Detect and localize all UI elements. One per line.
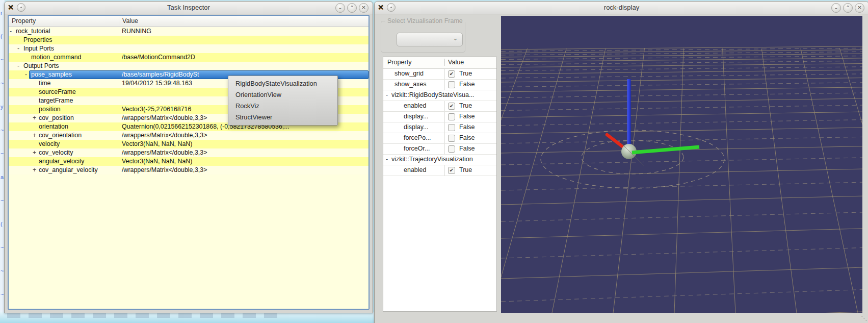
prop-value-cell: ✔True [444,165,496,176]
occluded-background-text [7,313,282,318]
checkbox-unchecked[interactable] [448,124,455,131]
viz-prop-row-enabled[interactable]: enabled✔True [383,165,496,176]
background-window-glyph: ~ [1,81,4,86]
prop-name: show_axes [383,81,427,88]
property-name: Output Ports [23,62,59,69]
shade-button[interactable]: ⌄ [335,3,345,13]
checkbox-checked[interactable]: ✔ [448,103,455,110]
prop-value: False [459,81,475,88]
inspector-row-Properties[interactable]: Properties [9,36,369,44]
prop-value-cell: False [444,80,496,90]
prop-name: enabled [383,102,427,109]
expander-collapsed-icon[interactable]: + [33,114,39,121]
prop-value: True [459,70,472,77]
viz-prop-row-enabled[interactable]: enabled✔True [383,101,496,112]
task-inspector-titlebar[interactable]: ✕ Task Inspector ⌄ ⌃ ✕ [5,2,373,14]
maximize-button[interactable]: ⌃ [843,3,853,13]
frame-combobox[interactable]: ⌄ [397,33,463,46]
expander-expanded-icon[interactable]: - [17,45,23,52]
group-label: Select Vizualisation Frame [385,17,465,24]
property-name: sourceFrame [39,88,76,95]
property-value: /base/samples/RigidBodySt [122,71,199,78]
checkbox-unchecked[interactable] [448,113,455,120]
shade-button[interactable]: ⌄ [831,3,841,13]
table-rows: show_grid✔Trueshow_axesFalse-vizkit::Rig… [383,69,496,176]
context-menu: RigidBodyStateVisualizationOrientationVi… [228,76,338,126]
task-inspector-window: ✕ Task Inspector ⌄ ⌃ ✕ Property Value -r… [4,1,373,313]
expander-expanded-icon[interactable]: - [17,62,23,69]
prop-value: True [459,102,472,109]
property-name: Properties [23,36,52,43]
3d-viewport[interactable] [501,16,862,313]
property-name: velocity [39,140,60,147]
expander-collapsed-icon[interactable]: + [33,149,39,156]
resize-grip[interactable]: ⋱ [861,315,867,322]
inspector-row-cov_angular_velocity[interactable]: +cov_angular_velocity/wrappers/Matrix</d… [9,166,369,175]
checkbox-unchecked[interactable] [448,135,455,142]
background-window-glyph: ~ [1,198,4,203]
context-menu-item-RockViz[interactable]: RockViz [228,101,337,112]
background-window-glyph: ~ [1,292,4,297]
property-name: cov_position [39,114,74,121]
expander-expanded-icon[interactable]: - [25,71,31,78]
column-header-value[interactable]: Value [444,59,464,66]
viz-prop-row-forceOr...[interactable]: forceOr...False [383,144,496,155]
viz-prop-row-show_axes[interactable]: show_axesFalse [383,80,496,90]
table-header: Property Value [383,57,496,69]
inspector-row-rock_tutorial[interactable]: -rock_tutorialRUNNING [9,27,369,36]
plugin-node-vizkit::TrajectoryVisualization[interactable]: -vizkit::TrajectoryVisualization [383,155,496,165]
property-value: /wrappers/Matrix</double,3,3> [122,166,207,173]
property-name: position [39,106,61,113]
inspector-row-cov_orientation[interactable]: +cov_orientation/wrappers/Matrix</double… [9,131,369,140]
background-window-glyph: ( [1,34,3,39]
expander-expanded-icon[interactable]: - [10,28,16,35]
expander-collapsed-icon[interactable]: + [33,132,39,139]
prop-value: False [459,134,475,141]
expander-collapsed-icon[interactable]: + [33,166,39,173]
property-name: pose_samples [31,71,72,78]
checkbox-checked[interactable]: ✔ [448,167,455,174]
prop-name: forceOr... [383,145,430,152]
column-header-value[interactable]: Value [119,17,138,24]
viz-prop-row-display...[interactable]: display...False [383,112,496,122]
maximize-button[interactable]: ⌃ [347,3,357,13]
plugin-name: vizkit::RigidBodyStateVisua... [391,91,474,98]
inspector-row-motion_command[interactable]: motion_command/base/MotionCommand2D [9,53,369,62]
checkbox-unchecked[interactable] [448,145,455,153]
column-header-property[interactable]: Property [12,17,36,24]
property-name: motion_command [31,54,81,61]
inspector-row-Input Ports[interactable]: -Input Ports [9,44,369,53]
checkbox-unchecked[interactable] [448,81,455,88]
prop-value-cell: False [444,122,496,133]
viz-prop-row-show_grid[interactable]: show_grid✔True [383,69,496,80]
prop-value-cell: False [444,112,496,122]
context-menu-item-RigidBodyStateVisualization[interactable]: RigidBodyStateVisualization [228,78,337,89]
property-name: orientation [39,123,68,130]
close-button[interactable]: ✕ [359,3,369,13]
context-menu-item-OrientationView[interactable]: OrientationView [228,89,337,101]
rock-display-titlebar[interactable]: ✕ rock-display ⌄ ⌃ ✕ [375,2,868,14]
viz-property-table[interactable]: Property Value show_grid✔Trueshow_axesFa… [383,57,497,312]
viz-prop-row-forcePo...[interactable]: forcePo...False [383,133,496,144]
viz-prop-row-display...[interactable]: display...False [383,122,496,133]
property-name: angular_velocity [39,158,85,165]
inspector-row-cov_velocity[interactable]: +cov_velocity/wrappers/Matrix</double,3,… [9,148,369,157]
inspector-row-angular_velocity[interactable]: angular_velocityVector3(NaN, NaN, NaN) [9,157,369,166]
close-button[interactable]: ✕ [855,3,864,13]
context-menu-item-StructViewer[interactable]: StructViewer [228,112,337,123]
inspector-row-velocity[interactable]: velocityVector3(NaN, NaN, NaN) [9,140,369,148]
prop-value: True [459,166,472,173]
property-name: rock_tutorial [16,28,50,35]
viewport-background [501,16,862,313]
column-header-property[interactable]: Property [387,59,412,66]
property-tree[interactable]: Property Value -rock_tutorialRUNNINGProp… [8,15,370,310]
property-value: Vector3(-25,2706168716 [122,106,191,113]
expander-expanded-icon[interactable]: - [386,156,388,163]
inspector-row-Output Ports[interactable]: -Output Ports [9,62,369,70]
property-name: cov_angular_velocity [39,166,98,173]
checkbox-checked[interactable]: ✔ [448,70,455,78]
background-window-glyph: ~ [1,128,4,133]
expander-expanded-icon[interactable]: - [386,91,388,98]
plugin-node-vizkit::RigidBodyStateVisua...[interactable]: -vizkit::RigidBodyStateVisua... [383,90,496,101]
window-title: Task Inspector [5,4,373,11]
